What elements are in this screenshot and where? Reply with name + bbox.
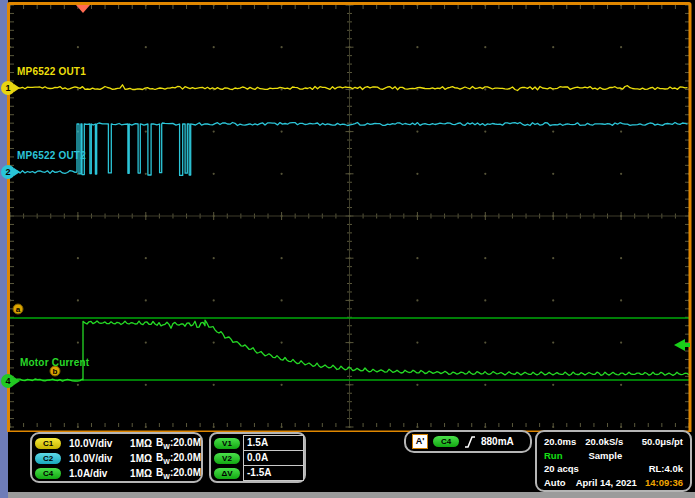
grid-dot [213, 131, 215, 133]
grid-dot [484, 88, 486, 90]
grid-dot [620, 131, 622, 133]
grid-dot [77, 384, 79, 386]
grid-dot [348, 88, 350, 90]
grid-dot [416, 215, 418, 217]
grid-dot [552, 299, 554, 301]
ch4-trace-label: Motor Current [20, 357, 89, 368]
grid-dot [620, 342, 622, 344]
v1-value: 1.5A [243, 435, 304, 451]
grid-dot [281, 131, 283, 133]
grid-dot [145, 299, 147, 301]
grid-dot [484, 173, 486, 175]
grid-dot [620, 257, 622, 259]
grid-dot [145, 46, 147, 48]
ch2-marker-label: 2 [5, 167, 10, 177]
ch4-badge[interactable]: C4 [35, 468, 61, 479]
grid-dot [416, 384, 418, 386]
ch2-impedance: 1MΩ [125, 453, 152, 464]
grid-dot [552, 257, 554, 259]
v1-badge[interactable]: V1 [214, 438, 240, 449]
grid-dot [213, 299, 215, 301]
oscilloscope-screen: 124ab MP6522 OUT1 MP6522 OUT2 Motor Curr… [0, 0, 695, 498]
grid-dot [552, 426, 554, 428]
grid-dot [620, 173, 622, 175]
v2-badge[interactable]: V2 [214, 453, 240, 464]
grid-dot [620, 299, 622, 301]
trigger-panel[interactable]: A' C4 880mA [404, 430, 532, 453]
cursor-a-handle-label: a [16, 305, 21, 314]
grid-dot [145, 215, 147, 217]
grid-dot [348, 131, 350, 133]
timebase-row: 20.0ms 20.0kS/s 50.0μs/pt [544, 435, 683, 449]
v2-value: 0.0A [243, 450, 304, 466]
grid-dot [348, 426, 350, 428]
vertical-settings-panel[interactable]: C1 10.0V/div 1MΩ BW:20.0M C2 10.0V/div 1… [30, 432, 203, 483]
ch1-badge[interactable]: C1 [35, 438, 61, 449]
grid-dot [416, 299, 418, 301]
waveform-display: 124ab [0, 0, 695, 432]
delta-v-value: -1.5A [243, 465, 304, 481]
grid-dot [213, 215, 215, 217]
grid-dot [145, 384, 147, 386]
run-row: Run Sample [544, 449, 683, 463]
trigger-mode: Auto [544, 476, 566, 490]
grid-dot [77, 426, 79, 428]
ch4-settings-row: C4 1.0A/div 1MΩ BW:20.0M [35, 466, 201, 481]
ch1-scale: 10.0V/div [69, 438, 125, 449]
grid-dot [77, 46, 79, 48]
trigger-a-badge: A' [412, 434, 428, 449]
grid-dot [348, 46, 350, 48]
grid-dot [620, 46, 622, 48]
trigger-level-arrow[interactable] [674, 339, 685, 351]
trigger-source-badge[interactable]: C4 [433, 436, 459, 447]
grid-dot [145, 257, 147, 259]
bottom-bezel [8, 492, 695, 498]
grid-dot [484, 46, 486, 48]
grid-dot [552, 131, 554, 133]
acq-mode: Sample [588, 449, 622, 463]
grid-dot [77, 342, 79, 344]
ch4-scale: 1.0A/div [69, 468, 125, 479]
rising-edge-icon [464, 435, 476, 449]
grid-dot [348, 342, 350, 344]
cursor-readout-panel[interactable]: V1 1.5A V2 0.0A ΔV -1.5A [209, 432, 306, 483]
grid-dot [348, 384, 350, 386]
grid-dot [281, 215, 283, 217]
grid-dot [484, 215, 486, 217]
timebase: 20.0ms [544, 435, 576, 449]
ch1-marker-label: 1 [5, 83, 10, 93]
grid-dot [484, 299, 486, 301]
grid-dot [145, 131, 147, 133]
grid-dot [416, 46, 418, 48]
date: April 14, 2021 [576, 476, 637, 490]
grid-dot [416, 173, 418, 175]
grid-dot [552, 384, 554, 386]
grid-dot [281, 88, 283, 90]
grid-dot [145, 426, 147, 428]
grid-dot [213, 257, 215, 259]
ch2-settings-row: C2 10.0V/div 1MΩ BW:20.0M [35, 451, 201, 466]
ch2-badge[interactable]: C2 [35, 453, 61, 464]
grid-dot [484, 257, 486, 259]
grid-dot [552, 46, 554, 48]
grid-dot [552, 342, 554, 344]
cursor-v2-row: V2 0.0A [214, 450, 304, 466]
grid-dot [620, 215, 622, 217]
cursor-delta-row: ΔV -1.5A [214, 465, 304, 481]
grid-dot [348, 173, 350, 175]
time: 14:09:36 [645, 476, 683, 490]
grid-dot [348, 299, 350, 301]
ch4-impedance: 1MΩ [125, 468, 152, 479]
record-length: RL:4.0k [649, 462, 683, 476]
grid-dot [281, 173, 283, 175]
ch4-marker-label: 4 [5, 376, 10, 386]
ch2-bandwidth: BW:20.0M [156, 452, 201, 465]
sample-rate: 20.0kS/s [585, 435, 623, 449]
grid-dot [145, 342, 147, 344]
delta-v-badge[interactable]: ΔV [214, 468, 240, 479]
cursor-v1-row: V1 1.5A [214, 435, 304, 451]
sample-period: 50.0μs/pt [642, 435, 683, 449]
acquisition-panel[interactable]: 20.0ms 20.0kS/s 50.0μs/pt Run Sample 20 … [535, 430, 692, 492]
datetime-row: Auto April 14, 2021 14:09:36 [544, 476, 683, 490]
cursor-b-handle-label: b [53, 367, 58, 376]
